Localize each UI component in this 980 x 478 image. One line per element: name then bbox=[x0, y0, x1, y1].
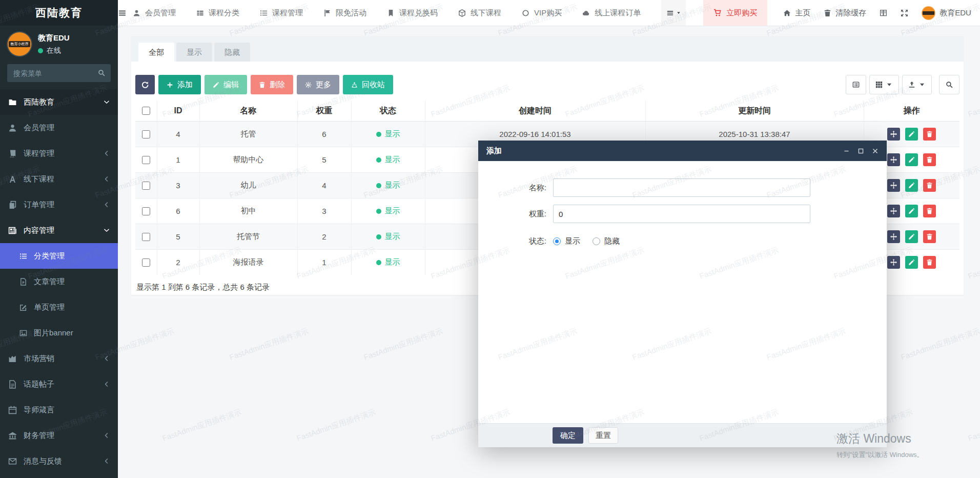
select-row-checkbox[interactable] bbox=[142, 233, 150, 241]
status-badge[interactable]: 显示 bbox=[376, 257, 400, 267]
newspaper-icon bbox=[8, 226, 17, 235]
status-badge[interactable]: 显示 bbox=[376, 181, 400, 190]
nav-item-online-orders[interactable]: 线上课程订单 bbox=[582, 8, 641, 18]
column-header-status[interactable]: 状态 bbox=[351, 101, 425, 122]
close-icon[interactable] bbox=[872, 148, 879, 154]
sidebar-item-members[interactable]: 会员管理 bbox=[0, 115, 118, 141]
column-header-name[interactable]: 名称 bbox=[199, 101, 297, 122]
tab-visible[interactable]: 显示 bbox=[176, 43, 212, 62]
select-row-checkbox[interactable] bbox=[142, 207, 150, 215]
row-delete-button[interactable] bbox=[923, 256, 936, 269]
sidebar-toggle-button[interactable] bbox=[118, 0, 127, 26]
clear-cache-button[interactable]: 清除缓存 bbox=[817, 8, 873, 18]
weight-field[interactable] bbox=[553, 205, 810, 223]
maximize-icon[interactable] bbox=[858, 148, 864, 154]
sidebar-item-feedback[interactable]: 消息与反馈 bbox=[0, 448, 118, 474]
radio-show[interactable]: 显示 bbox=[553, 236, 580, 246]
row-edit-button[interactable] bbox=[905, 179, 918, 192]
sidebar-item-xilu-edu[interactable]: 西陆教育 bbox=[0, 89, 118, 115]
column-header-created[interactable]: 创建时间 bbox=[425, 101, 645, 122]
tab-hidden[interactable]: 隐藏 bbox=[214, 43, 250, 62]
row-delete-button[interactable] bbox=[923, 205, 936, 217]
column-header-weight[interactable]: 权重 bbox=[297, 101, 351, 122]
nav-item-vip[interactable]: VIP购买 bbox=[522, 8, 562, 18]
row-drag-button[interactable] bbox=[887, 153, 900, 166]
sidebar-item-banner[interactable]: 图片banner bbox=[0, 320, 118, 346]
row-drag-button[interactable] bbox=[887, 230, 900, 243]
row-edit-button[interactable] bbox=[905, 205, 918, 217]
language-button[interactable] bbox=[873, 9, 894, 17]
fullscreen-button[interactable] bbox=[894, 9, 915, 17]
nav-item-free-activity[interactable]: 限免活动 bbox=[323, 8, 366, 18]
more-button[interactable]: 更多 bbox=[297, 75, 339, 94]
add-button[interactable]: 添加 bbox=[158, 75, 201, 94]
sidebar-item-topics[interactable]: 话题帖子 bbox=[0, 371, 118, 397]
row-drag-button[interactable] bbox=[887, 179, 900, 192]
column-header-updated[interactable]: 更新时间 bbox=[645, 101, 864, 122]
nav-item-redeem-code[interactable]: 课程兑换码 bbox=[387, 8, 438, 18]
nav-item-offline-course[interactable]: 线下课程 bbox=[458, 8, 501, 18]
pencil-icon bbox=[908, 182, 915, 189]
columns-button[interactable] bbox=[869, 75, 899, 94]
row-drag-button[interactable] bbox=[887, 256, 900, 269]
row-edit-button[interactable] bbox=[905, 153, 918, 166]
settings-button[interactable] bbox=[978, 9, 980, 17]
recycle-bin-button[interactable]: 回收站 bbox=[343, 75, 393, 94]
refresh-button[interactable] bbox=[135, 75, 155, 94]
select-row-checkbox[interactable] bbox=[142, 156, 150, 164]
column-header-id[interactable]: ID bbox=[157, 101, 199, 122]
edit-button[interactable]: 编辑 bbox=[205, 75, 247, 94]
sidebar-item-courses[interactable]: 课程管理 bbox=[0, 141, 118, 166]
language-icon bbox=[880, 9, 887, 17]
search-icon bbox=[98, 69, 105, 76]
tab-all[interactable]: 全部 bbox=[138, 43, 174, 62]
row-drag-button[interactable] bbox=[887, 205, 900, 217]
home-button[interactable]: 主页 bbox=[777, 8, 817, 18]
nav-item-course-manage[interactable]: 课程管理 bbox=[260, 8, 303, 18]
sidebar-item-content[interactable]: 内容管理 bbox=[0, 217, 118, 243]
select-row-checkbox[interactable] bbox=[142, 130, 150, 138]
status-badge[interactable]: 显示 bbox=[376, 232, 400, 242]
select-row-checkbox[interactable] bbox=[142, 258, 150, 267]
row-delete-button[interactable] bbox=[923, 230, 936, 243]
row-delete-button[interactable] bbox=[923, 153, 936, 166]
status-badge[interactable]: 显示 bbox=[376, 155, 400, 165]
minimize-icon[interactable] bbox=[843, 148, 850, 154]
reset-button[interactable]: 重置 bbox=[588, 427, 618, 444]
sidebar-item-marketing[interactable]: 市场营销 bbox=[0, 346, 118, 371]
menu-search-input[interactable] bbox=[7, 64, 111, 82]
row-delete-button[interactable] bbox=[923, 179, 936, 192]
row-edit-button[interactable] bbox=[905, 256, 918, 269]
status-badge[interactable]: 显示 bbox=[376, 129, 400, 139]
sidebar-item-orders[interactable]: 订单管理 bbox=[0, 192, 118, 217]
search-toggle-button[interactable] bbox=[939, 75, 959, 94]
sidebar-item-articles[interactable]: 文章管理 bbox=[0, 269, 118, 294]
toggle-view-button[interactable] bbox=[846, 75, 866, 94]
sidebar-item-offline-courses[interactable]: 线下课程 bbox=[0, 166, 118, 192]
row-delete-button[interactable] bbox=[923, 128, 936, 141]
sidebar-item-pages[interactable]: 单页管理 bbox=[0, 294, 118, 320]
sidebar-item-mottos[interactable]: 导师箴言 bbox=[0, 397, 118, 423]
row-drag-button[interactable] bbox=[887, 128, 900, 141]
nav-item-members[interactable]: 会员管理 bbox=[133, 8, 176, 18]
sidebar-item-finance[interactable]: 财务管理 bbox=[0, 423, 118, 448]
sidebar-item-category[interactable]: 分类管理 bbox=[0, 243, 118, 269]
user-menu[interactable]: 教育EDU bbox=[915, 6, 978, 20]
status-badge[interactable]: 显示 bbox=[376, 206, 400, 216]
dialog-header[interactable]: 添加 bbox=[478, 141, 887, 161]
export-button[interactable] bbox=[902, 75, 932, 94]
confirm-button[interactable]: 确定 bbox=[553, 427, 583, 444]
select-row-checkbox[interactable] bbox=[142, 182, 150, 190]
buy-now-button[interactable]: 立即购买 bbox=[703, 0, 767, 26]
delete-button[interactable]: 删除 bbox=[251, 75, 293, 94]
select-all-checkbox[interactable] bbox=[142, 107, 150, 115]
menu-dropdown-button[interactable] bbox=[661, 0, 686, 26]
row-edit-button[interactable] bbox=[905, 128, 918, 141]
radio-hide[interactable]: 隐藏 bbox=[593, 236, 620, 246]
row-edit-button[interactable] bbox=[905, 230, 918, 243]
sidebar-item-label: 单页管理 bbox=[34, 303, 65, 312]
nav-item-course-category[interactable]: 课程分类 bbox=[196, 8, 239, 18]
flag-icon bbox=[323, 9, 331, 17]
name-field[interactable] bbox=[553, 178, 810, 197]
move-icon bbox=[890, 233, 897, 240]
